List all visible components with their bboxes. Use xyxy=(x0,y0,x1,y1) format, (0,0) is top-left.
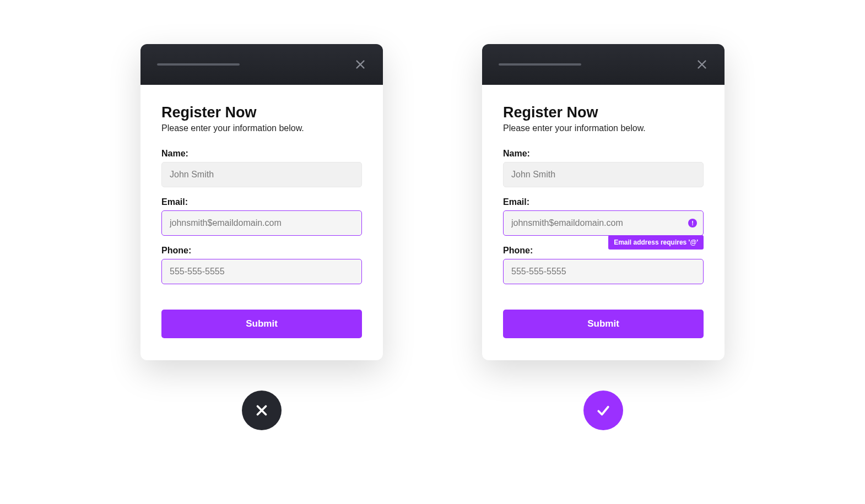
card-header xyxy=(482,44,725,85)
field-email: Email: ! Email address requires '@' xyxy=(503,197,704,236)
good-example-badge xyxy=(583,391,623,430)
field-name: Name: xyxy=(503,149,704,187)
field-phone: Phone: xyxy=(161,246,362,284)
example-good: Register Now Please enter your informati… xyxy=(482,44,725,430)
submit-button[interactable]: Submit xyxy=(503,310,704,338)
card-body: Register Now Please enter your informati… xyxy=(140,85,383,360)
name-input[interactable] xyxy=(503,162,704,187)
name-label: Name: xyxy=(503,149,704,159)
email-error-tooltip: Email address requires '@' xyxy=(608,235,704,250)
field-name: Name: xyxy=(161,149,362,187)
submit-button[interactable]: Submit xyxy=(161,310,362,338)
field-email: Email: xyxy=(161,197,362,236)
error-icon: ! xyxy=(688,219,697,227)
email-input[interactable] xyxy=(161,210,362,236)
form-title: Register Now xyxy=(503,104,704,121)
form-title: Register Now xyxy=(161,104,362,121)
close-icon[interactable] xyxy=(696,58,708,71)
phone-input[interactable] xyxy=(161,259,362,284)
close-icon[interactable] xyxy=(354,58,366,71)
phone-input[interactable] xyxy=(503,259,704,284)
form-subtitle: Please enter your information below. xyxy=(161,123,362,133)
bad-example-badge xyxy=(242,391,282,430)
card-header xyxy=(140,44,383,85)
email-label: Email: xyxy=(503,197,704,207)
field-phone: Phone: xyxy=(503,246,704,284)
register-card: Register Now Please enter your informati… xyxy=(482,44,725,360)
header-title-placeholder xyxy=(157,63,240,66)
header-title-placeholder xyxy=(499,63,581,66)
form-subtitle: Please enter your information below. xyxy=(503,123,704,133)
phone-label: Phone: xyxy=(161,246,362,256)
example-bad: Register Now Please enter your informati… xyxy=(140,44,383,430)
register-card: Register Now Please enter your informati… xyxy=(140,44,383,360)
email-input[interactable] xyxy=(503,210,704,236)
card-body: Register Now Please enter your informati… xyxy=(482,85,725,360)
email-label: Email: xyxy=(161,197,362,207)
name-input[interactable] xyxy=(161,162,362,187)
name-label: Name: xyxy=(161,149,362,159)
